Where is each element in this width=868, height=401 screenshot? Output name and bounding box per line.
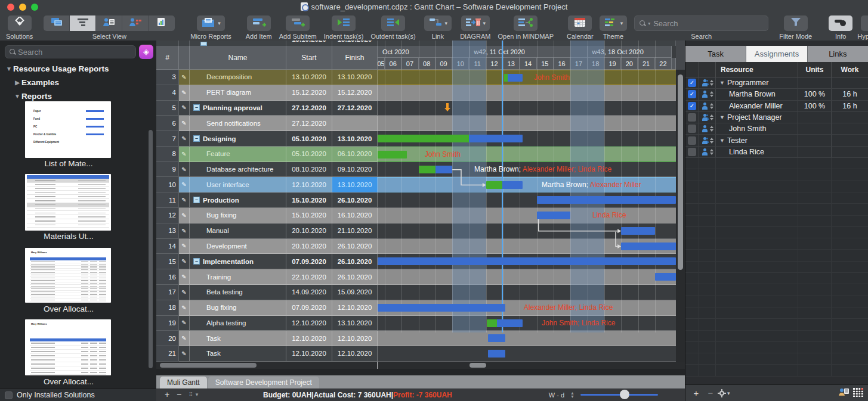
collapse-triangle-icon[interactable]: ▼	[719, 138, 725, 144]
edit-task-icon[interactable]: ✎	[179, 269, 190, 285]
gantt-bar-9[interactable]	[419, 166, 453, 173]
resource-row-martha-brown[interactable]: ✓Martha Brown100 %16 h	[685, 89, 868, 100]
resource-row-programmer[interactable]: ✓▼Programmer	[685, 77, 868, 89]
column-header-num[interactable]: #	[156, 46, 179, 70]
info-button[interactable]	[829, 15, 852, 31]
task-row-7[interactable]: 7✎–Designing05.10.202013.10.2020	[156, 131, 676, 147]
calendar-button[interactable]	[568, 15, 592, 31]
reorder-control[interactable]	[710, 80, 713, 86]
gantt-bar-19[interactable]	[487, 319, 522, 327]
zoom-slider[interactable]	[580, 394, 658, 396]
toolbar-search-field[interactable]: ▾	[634, 15, 768, 31]
task-row-8[interactable]: 8✎Feature05.10.202006.10.2020John Smith	[156, 147, 676, 162]
resource-row-linda-rice[interactable]: Linda Rice	[685, 147, 868, 158]
edit-task-icon[interactable]: ✎	[179, 300, 190, 316]
edit-task-icon[interactable]: ✎	[179, 346, 190, 362]
table-hscroll-thumb[interactable]	[160, 363, 257, 368]
thumbnail-report[interactable]: Mary Williams	[25, 248, 111, 303]
edit-task-icon[interactable]: ✎	[179, 239, 190, 254]
doc-tab-software-development-project[interactable]: Software Development Project	[208, 377, 319, 388]
resource-checkbox[interactable]: ✓	[688, 90, 696, 98]
gantt-bar-7[interactable]	[378, 135, 523, 142]
add-resource-button[interactable]: +	[689, 388, 703, 398]
edit-task-icon[interactable]: ✎	[179, 116, 190, 131]
mindmap-button[interactable]	[514, 15, 538, 31]
view-segment-view-resource-load[interactable]	[122, 15, 149, 31]
collapse-triangle-icon[interactable]: ▼	[719, 114, 725, 120]
reorder-control[interactable]	[710, 126, 713, 132]
resource-checkbox[interactable]	[688, 113, 696, 122]
add-item-button[interactable]	[247, 15, 271, 31]
task-row-12[interactable]: 12✎Bug fixing15.10.202016.10.2020Linda R…	[156, 208, 676, 223]
remove-task-button[interactable]: −	[173, 390, 185, 400]
chevron-closed-icon[interactable]: ▶	[13, 79, 21, 86]
gantt-bar-12[interactable]	[537, 212, 571, 219]
sidebar-scrollbar[interactable]	[149, 130, 153, 368]
resource-row-project-manager[interactable]: ▼Project Manager	[685, 112, 868, 123]
remove-resource-button[interactable]: −	[703, 388, 718, 398]
edit-task-icon[interactable]: ✎	[179, 131, 190, 147]
resource-checkbox[interactable]: ✓	[688, 79, 696, 87]
view-segment-view-gantt[interactable]	[70, 15, 96, 31]
task-row-19[interactable]: 19✎Alpha testing12.10.202013.10.2020John…	[156, 316, 676, 331]
reorder-control[interactable]	[710, 91, 713, 97]
toolbar-search-input[interactable]	[653, 19, 755, 28]
view-segment-view-cascade[interactable]	[44, 15, 70, 31]
gantt-bar-15[interactable]	[378, 257, 676, 265]
collapse-icon[interactable]: –	[193, 104, 200, 111]
indent-button[interactable]	[332, 15, 356, 31]
reorder-control[interactable]	[710, 149, 713, 155]
tab-task[interactable]: Task	[685, 46, 746, 62]
hypernote-button[interactable]	[861, 15, 868, 31]
edit-task-icon[interactable]: ✎	[179, 101, 190, 116]
resource-row-alexander-miller[interactable]: ✓Alexander Miller100 %16 h	[685, 101, 868, 112]
task-row-15[interactable]: 15✎–Implementation07.09.202026.10.2020	[156, 254, 676, 269]
task-row-16[interactable]: 16✎Training22.10.202026.10.2020	[156, 269, 676, 285]
column-header-finish[interactable]: Finish	[332, 46, 378, 70]
resource-row-tester[interactable]: ▼Tester	[685, 135, 868, 146]
edit-task-icon[interactable]: ✎	[179, 223, 190, 239]
task-row-13[interactable]: 13✎Manual20.10.202021.10.2020	[156, 223, 676, 239]
view-segment-view-report[interactable]	[149, 15, 175, 31]
only-installed-checkbox[interactable]	[5, 391, 13, 399]
task-row-5[interactable]: 5✎–Planning approval27.12.202027.12.2020	[156, 101, 676, 116]
resource-row-john-smith[interactable]: John Smith	[685, 123, 868, 135]
view-segment-view-resource-list[interactable]	[96, 15, 122, 31]
edit-task-icon[interactable]: ✎	[179, 316, 190, 331]
task-row-20[interactable]: 20✎Task12.10.202012.10.2020	[156, 331, 676, 346]
tab-links[interactable]: Links	[808, 46, 868, 62]
column-header-pen[interactable]	[179, 46, 190, 70]
resource-checkbox[interactable]: ✓	[688, 102, 696, 110]
outdent-button[interactable]	[381, 15, 405, 31]
edit-task-icon[interactable]: ✎	[179, 70, 190, 85]
task-row-9[interactable]: 9✎Database architecture08.10.202009.10.2…	[156, 162, 676, 178]
gantt-bar-16[interactable]	[655, 273, 676, 281]
sidebar-item-resource-usage-reports[interactable]: ▼Resource Usage Reports	[0, 62, 148, 76]
gantt-bar-3[interactable]	[504, 74, 523, 82]
task-row-17[interactable]: 17✎Beta testing14.09.202015.09.2020	[156, 285, 676, 300]
gantt-bar-14[interactable]	[621, 243, 676, 250]
gantt-bar-10[interactable]	[486, 181, 523, 189]
edit-task-icon[interactable]: ✎	[179, 208, 190, 223]
gantt-bar-20[interactable]	[488, 334, 506, 342]
task-row-4[interactable]: 4✎PERT diagram15.12.202015.12.2020	[156, 85, 676, 101]
task-row-21[interactable]: 21✎Task12.10.202012.10.2020	[156, 346, 676, 362]
edit-task-icon[interactable]: ✎	[179, 285, 190, 300]
gantt-bar-11[interactable]	[537, 196, 676, 204]
resource-checkbox[interactable]	[688, 136, 696, 145]
chart-vertical-scrollbar[interactable]	[676, 70, 685, 362]
solutions-store-button[interactable]: ◈	[139, 45, 153, 59]
calendar-grid-button[interactable]	[851, 388, 865, 399]
resource-checkbox[interactable]	[688, 148, 696, 156]
sidebar-search-input[interactable]	[18, 48, 125, 57]
sidebar-search-field[interactable]	[5, 45, 136, 58]
theme-button[interactable]: ▾	[600, 15, 628, 31]
reorder-control[interactable]	[710, 138, 713, 144]
reorder-control[interactable]	[710, 103, 713, 109]
solutions-button[interactable]	[8, 15, 32, 31]
zoom-slider-thumb[interactable]	[620, 390, 629, 399]
resource-options-button[interactable]: ▾	[718, 389, 738, 397]
edit-task-icon[interactable]: ✎	[179, 85, 190, 101]
gantt-bar-8[interactable]	[378, 151, 407, 158]
vscroll-thumb[interactable]	[678, 74, 683, 270]
